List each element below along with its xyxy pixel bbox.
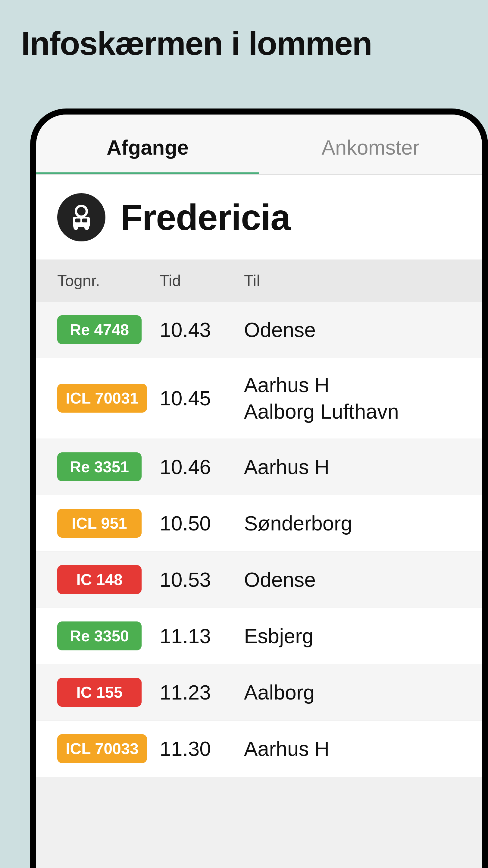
station-header: Fredericia bbox=[36, 175, 482, 259]
table-row: Re 3351 10.46 Aarhus H bbox=[36, 439, 482, 495]
train-icon bbox=[66, 202, 96, 232]
destination: Sønderborg bbox=[244, 510, 461, 536]
page-header: Infoskærmen i lommen bbox=[0, 0, 488, 81]
tab-afgange[interactable]: Afgange bbox=[36, 115, 259, 174]
train-badge: IC 148 bbox=[57, 565, 141, 594]
train-badge: ICL 951 bbox=[57, 509, 141, 538]
table-row: IC 148 10.53 Odense bbox=[36, 552, 482, 608]
destination: Odense bbox=[244, 316, 461, 343]
destination: Odense bbox=[244, 566, 461, 593]
destination: Aarhus H bbox=[244, 454, 461, 480]
station-icon bbox=[57, 193, 105, 241]
page-title: Infoskærmen i lommen bbox=[21, 24, 467, 62]
train-badge: Re 4748 bbox=[57, 315, 141, 344]
train-badge: Re 3350 bbox=[57, 621, 141, 650]
svg-rect-5 bbox=[75, 218, 80, 222]
svg-point-4 bbox=[84, 225, 89, 230]
tabs-bar: Afgange Ankomster bbox=[36, 115, 482, 175]
destination: Aarhus H Aalborg Lufthavn bbox=[244, 372, 461, 425]
departure-time: 11.23 bbox=[160, 681, 238, 704]
destination: Esbjerg bbox=[244, 623, 461, 649]
table-row: ICL 951 10.50 Sønderborg bbox=[36, 495, 482, 552]
phone-screen: Afgange Ankomster F bbox=[36, 115, 482, 868]
col-header-til: Til bbox=[244, 272, 461, 290]
table-row: ICL 70033 11.30 Aarhus H bbox=[36, 721, 482, 777]
table-row: IC 155 11.23 Aalborg bbox=[36, 664, 482, 721]
departure-time: 11.30 bbox=[160, 737, 238, 761]
svg-point-3 bbox=[73, 225, 78, 230]
departure-time: 10.45 bbox=[160, 386, 238, 410]
destination: Aarhus H bbox=[244, 735, 461, 762]
train-badge: IC 155 bbox=[57, 678, 141, 707]
table-row: ICL 70031 10.45 Aarhus H Aalborg Lufthav… bbox=[36, 358, 482, 439]
svg-point-1 bbox=[77, 207, 86, 216]
station-name: Fredericia bbox=[121, 196, 290, 238]
table-header-row: Tognr. Tid Til bbox=[36, 259, 482, 302]
departure-time: 10.50 bbox=[160, 512, 238, 535]
departure-time: 10.46 bbox=[160, 455, 238, 478]
departure-time: 11.13 bbox=[160, 624, 238, 648]
departure-time: 10.43 bbox=[160, 318, 238, 341]
train-badge: Re 3351 bbox=[57, 453, 141, 481]
svg-rect-6 bbox=[82, 218, 87, 222]
col-header-tognr: Tognr. bbox=[57, 272, 154, 290]
destination: Aalborg bbox=[244, 679, 461, 706]
departure-time: 10.53 bbox=[160, 568, 238, 591]
train-badge: ICL 70031 bbox=[57, 384, 147, 412]
tab-ankomster[interactable]: Ankomster bbox=[259, 115, 482, 174]
train-badge: ICL 70033 bbox=[57, 734, 147, 763]
phone-container: Afgange Ankomster F bbox=[30, 108, 488, 868]
col-header-tid: Tid bbox=[160, 272, 238, 290]
table-row: Re 4748 10.43 Odense bbox=[36, 302, 482, 358]
table-row: Re 3350 11.13 Esbjerg bbox=[36, 608, 482, 664]
train-table: Tognr. Tid Til Re 4748 10.43 Odense ICL … bbox=[36, 259, 482, 777]
